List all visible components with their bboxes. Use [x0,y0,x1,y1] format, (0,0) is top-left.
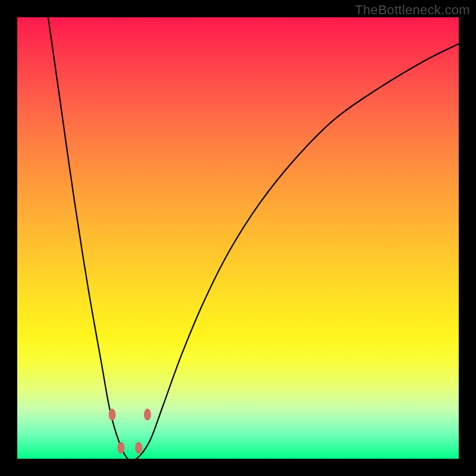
curve-line [48,17,459,459]
curve-marker [109,409,116,421]
chart-area [17,17,459,459]
bottleneck-curve [17,17,459,459]
curve-marker [135,441,142,453]
curve-marker [117,441,124,453]
attribution-text: TheBottleneck.com [355,2,470,18]
curve-marker [144,409,151,421]
